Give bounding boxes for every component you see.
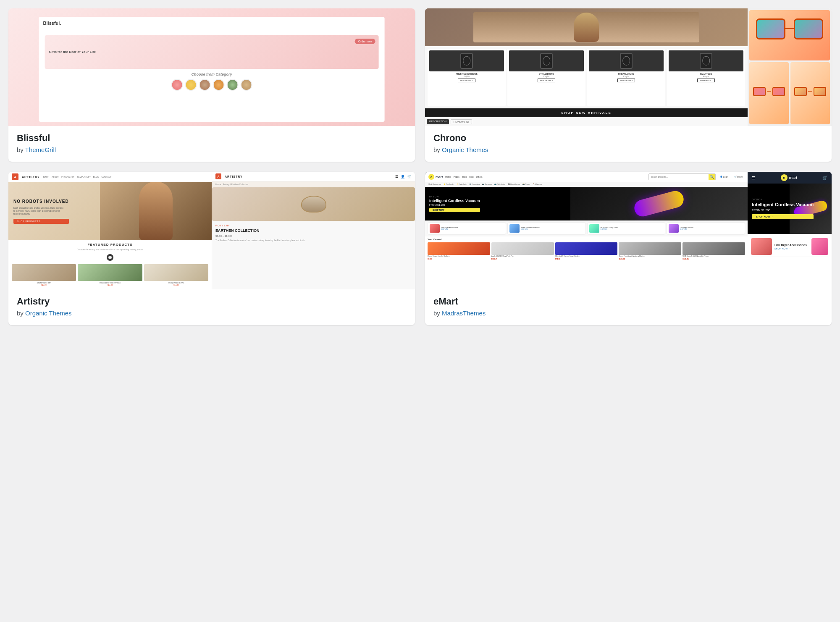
artistry-author-link[interactable]: Organic Themes: [25, 310, 72, 317]
cat-headphones[interactable]: 🎧 Headphones: [508, 183, 520, 185]
artistry-name: Artistry: [17, 296, 407, 307]
theme-card-artistry: A ARTISTRY SHOP ABOUT PRODUCTS▾ TEMPLATE…: [8, 172, 415, 325]
blissful-author-link[interactable]: ThemeGrill: [25, 146, 56, 153]
blissful-author: by ThemeGrill: [17, 146, 407, 153]
emart-author-link[interactable]: MadrasThemes: [442, 310, 486, 317]
artistry-right-panel: A ARTISTRY ☰ 👤 🛒 Home / Pottery / Earthe…: [212, 172, 415, 289]
emart-subcat-air[interactable]: Air Purifier Living Room SHOP NOW: [587, 222, 666, 235]
emart-subcat-watch[interactable]: Smart & Fitness Watches SHOP NOW: [507, 222, 586, 235]
viewed-item-3[interactable]: 55-inch 4K Curved Smart Beck... $74.89: [555, 242, 618, 260]
emart-mobile-menu-icon[interactable]: ☰: [752, 176, 756, 180]
blissful-order-btn[interactable]: Order now: [355, 39, 375, 44]
viewed-price-2: $100.79: [491, 258, 554, 260]
emart-search-button[interactable]: 🔍: [709, 174, 715, 180]
emart-mobile-cart-icon[interactable]: 🛒: [822, 176, 827, 180]
emart-hero-brand: DYSON: [429, 195, 480, 198]
artistry-hero-image: [100, 182, 212, 240]
artistry-right-icons: ☰ 👤 🛒: [395, 175, 412, 178]
viewed-item-1[interactable]: Home Steam Iron for Clothe... $9.89: [428, 242, 490, 260]
cat-flash-sale[interactable]: ⚡ Flash Sale: [456, 183, 467, 185]
watch-btn-1[interactable]: VIEW PRODUCT: [458, 79, 475, 82]
theme-card-chrono: PRESTIGEHORIZONS Kalylin VIEW PRODUCT DY…: [425, 8, 832, 162]
emart-hero-content: DYSON Intelligent Cordless Vacuum FROM $…: [429, 195, 480, 213]
artistry-product-img-1: [12, 264, 76, 281]
cart-icon[interactable]: 🛒: [407, 175, 412, 178]
emart-mobile-accessories: Hair Dryer Accessories SHOP NOW →: [748, 234, 832, 289]
gs-lens-left-2: [794, 87, 807, 96]
artistry-nav: A ARTISTRY SHOP ABOUT PRODUCTS▾ TEMPLATE…: [8, 172, 212, 182]
theme-card-blissful: Blissful. Order now Gifts for the Dear o…: [8, 8, 415, 162]
chrono-info: Chrono by Organic Themes: [425, 126, 832, 162]
artistry-right-content: POTTERY EARTHEN COLLECTION $6.00 – $14.0…: [212, 221, 415, 289]
emart-viewed-grid: Home Steam Iron for Clothe... $9.89 Appl…: [428, 242, 745, 260]
emart-hero-section: DYSON Intelligent Cordless Vacuum FROM $…: [425, 187, 748, 220]
blissful-name: Blissful: [17, 133, 407, 144]
artistry-nav-brand: ARTISTRY: [22, 176, 40, 178]
artistry-pottery-tag: POTTERY: [215, 224, 412, 227]
cat-top-deals[interactable]: ⭐ Top Deals: [444, 183, 454, 185]
artistry-product-2: SUCCULENT SHORT VASE $24.99: [78, 264, 142, 286]
category-circle-6[interactable]: [240, 79, 252, 91]
blissful-hero-section: Order now Gifts for the Dear of Your Lif…: [45, 35, 379, 69]
artistry-product-price-2: $24.99: [108, 284, 113, 286]
viewed-item-5[interactable]: USB Cable F-5500 Audiokit iPhone $501.45: [682, 242, 745, 260]
emart-subcat-air-text: Air Purifier Living Room SHOP NOW: [601, 227, 618, 231]
category-circle-1[interactable]: [171, 79, 183, 91]
viewed-name-4: Smart Front Load Washing Mach...: [619, 255, 681, 257]
chrono-side-panel: [748, 8, 832, 126]
watch-item-1: PRESTIGEHORIZONS Kalylin VIEW PRODUCT: [428, 49, 506, 106]
artistry-pottery-desc: The Earthen Collection is a set of our c…: [215, 239, 412, 242]
emart-mobile-subcat-hair-info: Hair Dryer Accessories SHOP NOW →: [774, 243, 807, 249]
emart-mobile-nav: ☰ e mart 🛒: [748, 172, 832, 184]
category-circle-4[interactable]: [213, 79, 224, 91]
artistry-logo: A: [12, 173, 18, 180]
emart-viewed-title: You Viewed: [428, 238, 745, 241]
watch-item-3: URBANLUXURY Kalylin VIEW PRODUCT: [587, 49, 665, 106]
cat-tv[interactable]: 📺 TV & Video: [494, 183, 505, 185]
glasses-lens-left: [756, 18, 785, 39]
cat-computers[interactable]: 💻 Computers: [469, 183, 480, 185]
artistry-product-img-2: [78, 264, 142, 281]
artistry-hero-cta[interactable]: SHOP PRODUCTS: [13, 219, 69, 224]
emart-mobile-cta[interactable]: SHOP NOW →: [752, 214, 814, 219]
cat-photos[interactable]: 📸 Photos: [522, 183, 530, 185]
viewed-item-4[interactable]: Smart Front Load Washing Mach... $501.45: [619, 242, 681, 260]
cat-all[interactable]: ☰ All Categories: [428, 183, 441, 185]
emart-mobile-hero-content: DYSON Intelligent Cordless Vacuum FROM $…: [752, 198, 814, 219]
emart-search-input[interactable]: [649, 174, 709, 180]
chrono-reviews-btn[interactable]: REVIEWS (0): [451, 119, 472, 124]
watch-price-2: Kalylin: [543, 75, 550, 78]
category-circle-2[interactable]: [185, 79, 197, 91]
artistry-featured-header: FEATURED PRODUCTS Discover the artistry …: [8, 240, 212, 262]
emart-nav: e mart Home Pages Shop Blog Others 🔍: [425, 172, 748, 182]
category-circle-5[interactable]: [226, 79, 238, 91]
chrono-author-link[interactable]: Organic Themes: [442, 146, 488, 153]
artistry-preview: A ARTISTRY SHOP ABOUT PRODUCTS▾ TEMPLATE…: [8, 172, 415, 289]
viewed-item-2[interactable]: Apple MM23XXX AirPods Pro $100.79: [491, 242, 554, 260]
theme-card-emart: e mart Home Pages Shop Blog Others 🔍: [425, 172, 832, 325]
emart-mobile-subcat-hair[interactable]: Hair Dryer Accessories SHOP NOW →: [751, 236, 828, 257]
watch-btn-2[interactable]: VIEW PRODUCT: [538, 79, 555, 82]
cat-watches[interactable]: ⌚ Watches: [533, 183, 542, 185]
emart-search-bar[interactable]: 🔍: [648, 173, 716, 180]
artistry-product-3: STONEWARE BOWL $14.99: [144, 264, 208, 286]
chrono-desc-btn[interactable]: DESCRIPTION: [427, 119, 449, 124]
emart-subcat-gaming[interactable]: Gaming Consoles SHOP NOW: [667, 222, 745, 235]
artistry-nav-links: SHOP ABOUT PRODUCTS▾ TEMPLATES▾ BLOG CON…: [43, 176, 208, 178]
emart-hero-price: FROM $1,200: [429, 204, 480, 206]
category-circle-3[interactable]: [199, 79, 210, 91]
menu-icon[interactable]: ☰: [395, 175, 398, 178]
emart-cart-link[interactable]: 🛒 $0.00: [732, 176, 744, 178]
gs-lens-left-1: [753, 87, 766, 96]
artistry-hero-title: NO ROBOTS INVOLVED: [13, 199, 69, 204]
chrono-banner-bottom: SHOP NEW ARRIVALS: [425, 108, 748, 117]
emart-subcat-hair[interactable]: Hair Dryer Accessories SHOP NOW: [428, 222, 506, 235]
emart-hero-cta[interactable]: SHOP NOW: [429, 208, 480, 212]
watch-btn-4[interactable]: VIEW PRODUCT: [697, 79, 714, 82]
emart-login-link[interactable]: 👤 Login: [718, 176, 730, 178]
user-icon[interactable]: 👤: [401, 175, 405, 178]
cat-cameras[interactable]: 📷 Cameras: [482, 183, 491, 185]
blissful-category-circles: [171, 79, 252, 91]
blissful-preview: Blissful. Order now Gifts for the Dear o…: [8, 8, 415, 126]
watch-btn-3[interactable]: VIEW PRODUCT: [617, 79, 635, 82]
